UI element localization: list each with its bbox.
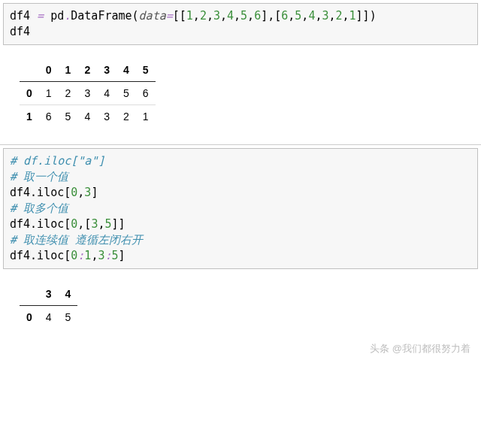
dataframe-table-1: 0 1 2 3 4 5 0 1 2 3 4 5 6 1 6 5 4: [20, 59, 156, 128]
code-cell-1[interactable]: df4 = pd.DataFrame(data=[[1,2,3,4,5,6],[…: [3, 3, 478, 45]
col-header: 2: [77, 59, 97, 82]
watermark-text: 头条 @我们都很努力着: [0, 339, 481, 360]
row-index: 1: [20, 105, 39, 129]
row-index: 0: [20, 82, 39, 105]
code-line: df4.iloc[0,[3,5]]: [10, 217, 126, 231]
col-header: 4: [59, 283, 78, 306]
col-header: 3: [97, 59, 116, 82]
output-cell-1: 0 1 2 3 4 5 0 1 2 3 4 5 6 1 6 5 4: [0, 48, 481, 138]
table-row: 0 1 2 3 4 5 6: [20, 82, 156, 105]
col-header: 4: [116, 59, 136, 82]
col-header: 5: [136, 59, 156, 82]
output-cell-2: 3 4 0 4 5: [0, 272, 481, 339]
cell-separator: [0, 144, 481, 145]
code-cell-2[interactable]: # df.iloc["a"] # 取一个值 df4.iloc[0,3] # 取多…: [3, 148, 478, 269]
code-line: df4: [10, 25, 30, 38]
code-comment: # 取多个值: [10, 201, 68, 215]
code-line: df4.iloc[0,3]: [10, 186, 98, 199]
code-comment: # 取连续值 遵循左闭右开: [10, 233, 143, 247]
table-row: 1 6 5 4 3 2 1: [20, 105, 156, 129]
table-row: 0 4 5: [20, 306, 77, 329]
row-index: 0: [20, 306, 39, 329]
col-header: 0: [39, 59, 59, 82]
code-comment: # 取一个值: [10, 170, 68, 183]
col-header: 3: [39, 283, 59, 306]
code-line: df4 = pd.DataFrame(data=[[1,2,3,4,5,6],[…: [10, 9, 377, 23]
col-header: 1: [59, 59, 78, 82]
code-comment: # df.iloc["a"]: [10, 154, 104, 168]
dataframe-table-2: 3 4 0 4 5: [20, 283, 77, 328]
code-line: df4.iloc[0:1,3:5]: [10, 249, 126, 262]
